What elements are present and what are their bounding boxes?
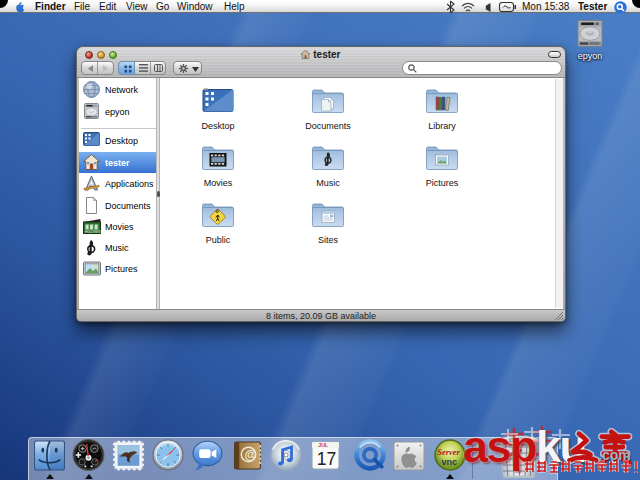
svg-text:HOLLYWOOD: HOLLYWOOD <box>85 230 101 234</box>
svg-text:JUL: JUL <box>318 442 328 448</box>
svg-text:@: @ <box>244 448 256 462</box>
svg-text:17: 17 <box>317 449 337 469</box>
